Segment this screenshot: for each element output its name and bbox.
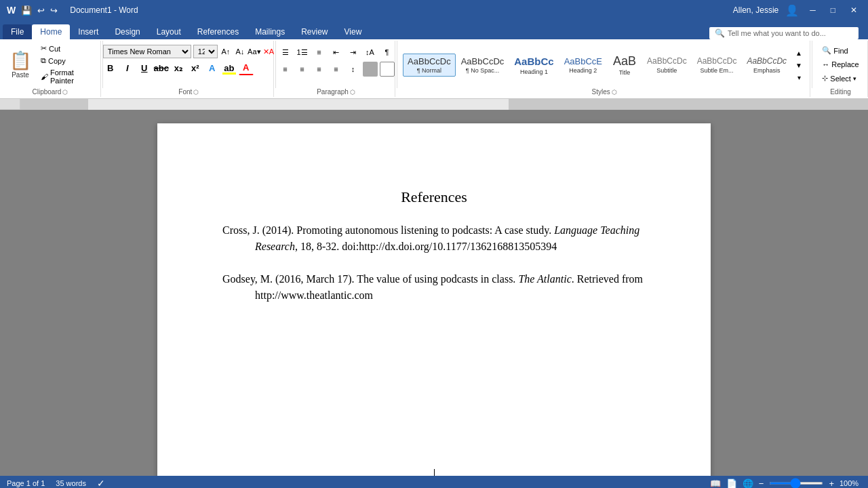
show-formatting-btn[interactable]: ¶ — [380, 45, 395, 60]
styles-down-btn[interactable]: ▼ — [793, 60, 804, 70]
replace-button[interactable]: ↔ Replace — [819, 59, 861, 70]
tab-file[interactable]: File — [3, 24, 32, 39]
style-no-space[interactable]: AaBbCcDc ¶ No Spac... — [456, 54, 509, 77]
tab-insert[interactable]: Insert — [70, 24, 106, 39]
style-no-space-label: ¶ No Spac... — [466, 67, 499, 74]
multilevel-list-btn[interactable]: ≡ — [312, 45, 327, 60]
style-heading1-label: Heading 1 — [520, 68, 548, 75]
style-no-space-preview: AaBbCcDc — [461, 56, 505, 67]
tell-me-bar[interactable]: 🔍 Tell me what you want to do... — [709, 27, 859, 39]
sort-btn[interactable]: ↕A — [363, 45, 378, 60]
style-heading2[interactable]: AaBbCcE Heading 2 — [559, 54, 607, 77]
paste-button[interactable]: 📋 Paste — [4, 47, 37, 81]
align-center-btn[interactable]: ≡ — [295, 62, 310, 77]
font-label: Font ⬡ — [178, 88, 199, 96]
proofing-icon[interactable]: ✓ — [97, 478, 105, 488]
numbered-list-btn[interactable]: 1☰ — [295, 45, 310, 60]
decrease-indent-btn[interactable]: ⇤ — [329, 45, 344, 60]
ref1-text-2: , 18, 8-32. doi:http://dx.doi.org/10.117… — [295, 241, 557, 252]
font-expand-icon[interactable]: ⬡ — [193, 89, 199, 96]
tab-mailings[interactable]: Mailings — [247, 24, 293, 39]
editing-label-text: Editing — [830, 88, 851, 96]
horizontal-ruler — [20, 99, 868, 109]
search-area: 🔍 Tell me what you want to do... — [370, 27, 865, 39]
close-btn[interactable]: ✕ — [846, 5, 861, 15]
tab-design[interactable]: Design — [106, 24, 148, 39]
style-emphasis[interactable]: AaBbCcDc Emphasis — [742, 54, 791, 76]
tab-home[interactable]: Home — [32, 24, 70, 39]
zoom-level: 100% — [840, 479, 861, 487]
font-label-text: Font — [178, 88, 192, 96]
quick-access-undo[interactable]: ↩ — [37, 5, 45, 16]
editing-group: 🔍 Find ↔ Replace ⊹ Select ▾ Editing — [814, 41, 868, 97]
minimize-btn[interactable]: ─ — [806, 5, 820, 15]
svg-rect-1 — [88, 99, 509, 110]
format-painter-button[interactable]: 🖌 Format Painter — [38, 67, 96, 86]
styles-expand-icon[interactable]: ⬡ — [612, 89, 617, 96]
zoom-in-btn[interactable]: + — [829, 479, 834, 489]
align-left-btn[interactable]: ≡ — [278, 62, 293, 77]
text-effects-btn[interactable]: A — [205, 60, 220, 75]
styles-up-btn[interactable]: ▲ — [793, 47, 804, 58]
font-shrink-btn[interactable]: A↓ — [234, 45, 246, 58]
find-button[interactable]: 🔍 Find — [819, 45, 861, 56]
clipboard-expand-icon[interactable]: ⬡ — [62, 89, 68, 96]
ribbon-tabs: File Home Insert Design Layout Reference… — [0, 20, 868, 39]
document-area[interactable]: References Cross, J. (2014). Promoting a… — [0, 110, 868, 476]
underline-btn[interactable]: U — [137, 60, 152, 75]
ruler-svg — [20, 99, 868, 110]
web-layout-btn[interactable]: 🌐 — [743, 479, 753, 489]
paragraph-label-text: Paragraph — [317, 88, 349, 96]
align-right-btn[interactable]: ≡ — [312, 62, 327, 77]
bold-btn[interactable]: B — [103, 60, 118, 75]
subscript-btn[interactable]: x₂ — [171, 60, 186, 75]
styles-more-btn[interactable]: ▾ — [793, 72, 804, 83]
print-layout-btn[interactable]: 📄 — [726, 479, 737, 489]
italic-btn[interactable]: I — [120, 60, 135, 75]
paragraph-group: ☰ 1☰ ≡ ⇤ ⇥ ↕A ¶ ≡ ≡ ≡ ≡ ↕ Paragraph ⬡ — [277, 41, 395, 97]
line-spacing-btn[interactable]: ↕ — [346, 62, 361, 77]
ref2-text-1: Godsey, M. (2016, March 17). The value o… — [222, 273, 518, 285]
select-button[interactable]: ⊹ Select ▾ — [819, 73, 861, 84]
quick-access-redo[interactable]: ↪ — [50, 5, 58, 16]
maximize-btn[interactable]: □ — [827, 5, 840, 15]
font-color-btn[interactable]: A — [239, 60, 254, 75]
word-logo: W — [7, 5, 16, 16]
search-placeholder: Tell me what you want to do... — [728, 29, 826, 37]
style-normal[interactable]: AaBbCcDc ¶ Normal — [403, 54, 456, 77]
clear-format-btn[interactable]: ✕A — [262, 45, 275, 58]
tab-review[interactable]: Review — [293, 24, 336, 39]
style-title[interactable]: AaB Title — [608, 52, 642, 79]
style-subtle-em[interactable]: AaBbCcDc Subtle Em... — [692, 54, 742, 76]
tab-layout[interactable]: Layout — [149, 24, 189, 39]
style-heading1-preview: AaBbCc — [514, 56, 553, 68]
paragraph-expand-icon[interactable]: ⬡ — [350, 89, 355, 96]
justify-btn[interactable]: ≡ — [329, 62, 344, 77]
text-highlight-btn[interactable]: ab — [222, 60, 237, 75]
tab-references[interactable]: References — [189, 24, 247, 39]
copy-icon: ⧉ — [41, 56, 46, 65]
quick-access-save[interactable]: 💾 — [21, 5, 32, 16]
read-mode-btn[interactable]: 📖 — [710, 479, 721, 489]
strikethrough-btn[interactable]: abc — [154, 60, 169, 75]
style-subtitle[interactable]: AaBbCcDc Subtitle — [642, 54, 692, 76]
user-icon: 👤 — [785, 4, 799, 17]
tab-view[interactable]: View — [336, 24, 370, 39]
increase-indent-btn[interactable]: ⇥ — [346, 45, 361, 60]
borders-btn[interactable] — [380, 62, 395, 77]
style-subtitle-preview: AaBbCcDc — [647, 56, 687, 66]
zoom-slider[interactable] — [769, 482, 823, 485]
style-heading1[interactable]: AaBbCc Heading 1 — [509, 53, 558, 78]
font-grow-btn[interactable]: A↑ — [220, 45, 232, 58]
shading-btn[interactable] — [363, 62, 378, 77]
status-right: 📖 📄 🌐 − + 100% — [710, 479, 861, 489]
copy-button[interactable]: ⧉ Copy — [38, 55, 96, 66]
change-case-btn[interactable]: Aa▾ — [248, 45, 260, 58]
font-size-select[interactable]: 12 — [193, 45, 218, 58]
zoom-out-btn[interactable]: − — [759, 479, 764, 489]
superscript-btn[interactable]: x² — [188, 60, 203, 75]
bullet-list-btn[interactable]: ☰ — [278, 45, 293, 60]
cut-button[interactable]: ✂ Cut — [38, 43, 96, 54]
para-row-2: ≡ ≡ ≡ ≡ ↕ — [278, 62, 395, 77]
font-name-select[interactable]: Times New Roman — [103, 45, 191, 58]
